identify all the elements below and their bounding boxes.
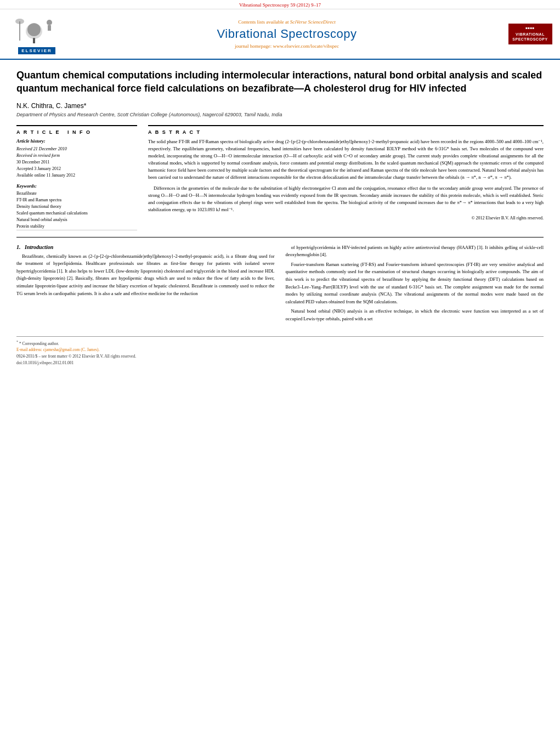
keyword-bezafibrate: Bezafibrate	[16, 190, 137, 197]
journal-badge-area: ■■■■ VIBRATIONALSPECTROSCOPY	[507, 14, 553, 54]
keyword-protein: Protein stability	[16, 223, 137, 230]
intro-col-left: 1. Introduction Bezafibrate, chemically …	[16, 244, 275, 325]
email-address: cjamesha@gmail.com	[43, 347, 80, 352]
homepage-url: www.elsevier.com/locate/vibspec	[273, 43, 339, 49]
intro-col-right: of hypertriglyceridemia in HIV-infected …	[286, 244, 544, 325]
section-divider	[16, 237, 544, 237]
copyright-line: © 2012 Elsevier B.V. All rights reserved…	[148, 216, 544, 220]
svg-rect-5	[19, 21, 20, 41]
keyword-nbo: Natural bond orbital analysis	[16, 217, 137, 223]
article-info: A R T I C L E I N F O Article history: R…	[16, 125, 137, 230]
article-meta-section: A R T I C L E I N F O Article history: R…	[16, 125, 544, 230]
keyword-sqm: Scaled quantum mechanical calculations	[16, 210, 137, 217]
abstract-header: A B S T R A C T	[148, 129, 544, 135]
email-line: E-mail address: cjamesha@gmail.com (C. J…	[16, 347, 544, 352]
elsevier-wordmark: ELSEVIER	[18, 47, 55, 54]
journal-title-area: Contents lists available at SciVerse Sci…	[72, 14, 501, 54]
publisher-logo-area: ELSEVIER	[7, 14, 67, 54]
intro-title: 1. Introduction	[16, 244, 275, 250]
history-label: Article history:	[16, 138, 137, 144]
journal-reference: Vibrational Spectroscopy 59 (2012) 9–17	[0, 0, 560, 9]
article-info-header: A R T I C L E I N F O	[16, 129, 137, 135]
journal-header: ELSEVIER Contents lists available at Sci…	[0, 9, 560, 60]
introduction-section: 1. Introduction Bezafibrate, chemically …	[16, 244, 544, 325]
corresponding-note: * * Corresponding author.	[16, 340, 544, 346]
affiliation: Department of Physics and Research Centr…	[16, 112, 544, 117]
authors: N.K. Chithra, C. James*	[16, 102, 544, 110]
elsevier-graphic	[14, 16, 60, 46]
keyword-dft: Density functional theory	[16, 203, 137, 210]
available-online-date: Available online 11 January 2012	[16, 172, 137, 179]
accepted-date: Accepted 3 January 2012	[16, 166, 137, 172]
keywords-label: Keywords:	[16, 183, 137, 189]
svg-rect-4	[48, 25, 51, 31]
intro-text-left: Bezafibrate, chemically known as (2-{p-[…	[16, 253, 275, 298]
sciverse-name: SciVerse ScienceDirect	[290, 19, 336, 25]
svg-point-3	[47, 20, 52, 25]
homepage-line: journal homepage: www.elsevier.com/locat…	[72, 43, 501, 49]
received1-date: Received 21 December 2010	[16, 146, 137, 152]
sciverse-line: Contents lists available at SciVerse Sci…	[72, 19, 501, 25]
article-title: Quantum chemical computations including …	[16, 69, 544, 95]
svg-point-2	[27, 23, 41, 36]
abstract-paragraph-1: The solid phase FT-IR and FT-Raman spect…	[148, 138, 544, 182]
intro-text-right: of hypertriglyceridemia in HIV-infected …	[286, 244, 544, 323]
abstract-section: A B S T R A C T The solid phase FT-IR an…	[148, 125, 544, 230]
svg-point-6	[15, 19, 24, 24]
keyword-ftir: FT-IR and Raman spectra	[16, 197, 137, 203]
doi-line: doi:10.1016/j.vibspec.2012.01.001	[16, 360, 544, 365]
journal-name: Vibrational Spectroscopy	[72, 27, 501, 41]
revised-date: 30 December 2011	[16, 159, 137, 166]
abstract-paragraph-2: Differences in the geometries of the mol…	[148, 185, 544, 214]
issn-line: 0924-2031/$ – see front matter © 2012 El…	[16, 354, 544, 359]
article-footer: * * Corresponding author. E-mail address…	[16, 336, 544, 366]
journal-badge: ■■■■ VIBRATIONALSPECTROSCOPY	[508, 24, 552, 44]
keywords-section: Keywords: Bezafibrate FT-IR and Raman sp…	[16, 183, 137, 230]
revised-label: Received in revised form	[16, 152, 137, 159]
abstract-text: The solid phase FT-IR and FT-Raman spect…	[148, 138, 544, 214]
main-content: Quantum chemical computations including …	[0, 60, 560, 372]
